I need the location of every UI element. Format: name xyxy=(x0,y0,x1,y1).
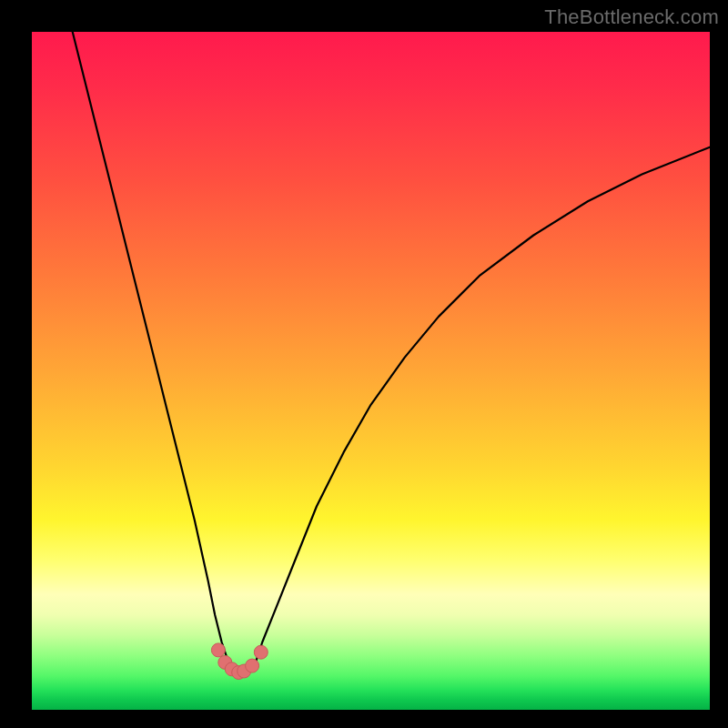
chart-frame: TheBottleneck.com xyxy=(0,0,728,728)
marker-dot xyxy=(246,659,259,672)
marker-dot xyxy=(254,645,268,659)
marker-dot xyxy=(211,643,225,657)
bottleneck-curve-svg xyxy=(32,32,710,710)
watermark-text: TheBottleneck.com xyxy=(544,5,719,29)
optimal-range-markers xyxy=(211,643,268,680)
bottleneck-curve-path xyxy=(73,32,710,676)
